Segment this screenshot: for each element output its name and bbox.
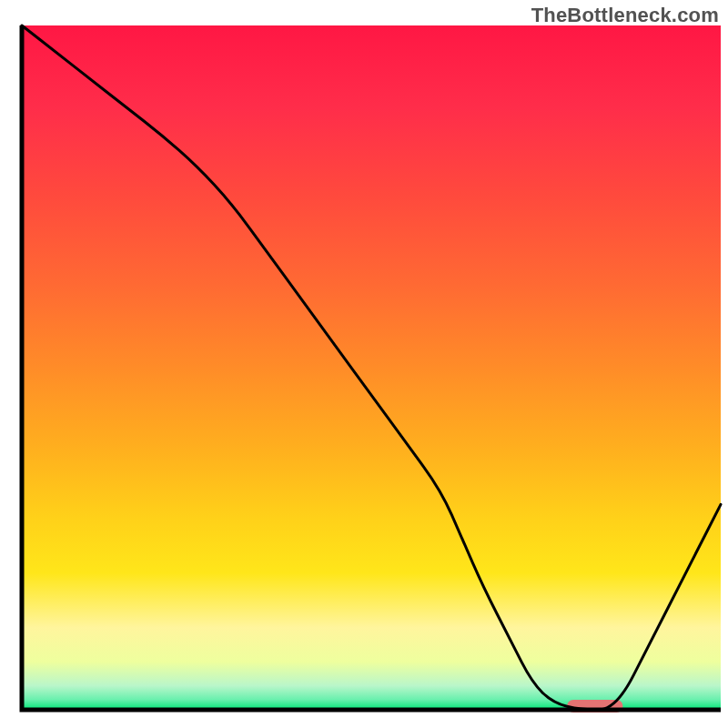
bottleneck-chart <box>0 0 728 728</box>
watermark-text: TheBottleneck.com <box>531 4 719 27</box>
chart-background-gradient <box>22 25 721 710</box>
